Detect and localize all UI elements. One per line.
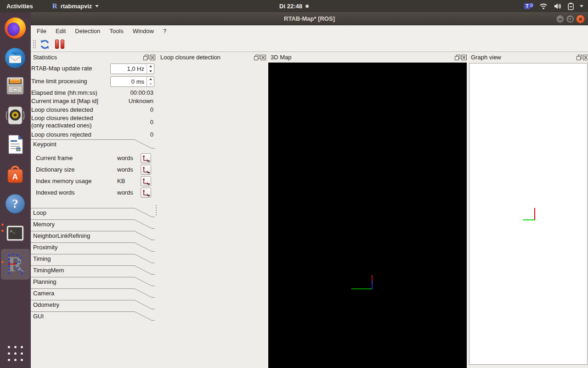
clock-button[interactable]: Di 22:48: [279, 3, 309, 10]
stats-section-proximity[interactable]: Proximity: [31, 242, 155, 252]
show-applications-button[interactable]: [8, 346, 23, 361]
index-memory-usage-label: Index memory usage: [36, 178, 91, 184]
svg-text:A: A: [12, 172, 18, 181]
close-panel-icon[interactable]: [260, 55, 266, 60]
menu-tools[interactable]: Tools: [105, 26, 128, 36]
dock-item-help[interactable]: ?: [5, 193, 27, 215]
origin-axis-z-blue: [372, 282, 373, 289]
origin-axis-y-red: [372, 275, 373, 281]
pause-button[interactable]: [53, 38, 66, 50]
volume-icon: [554, 3, 562, 10]
close-panel-icon[interactable]: [461, 55, 467, 60]
app-menu-label: rtabmapviz: [61, 3, 92, 10]
stats-section-planning[interactable]: Planning: [31, 277, 155, 287]
current-image-id-value: Unknown: [109, 98, 153, 104]
update-rate-value[interactable]: 1,0 Hz: [111, 64, 147, 74]
chevron-down-icon: [95, 5, 99, 7]
menu-detection[interactable]: Detection: [70, 26, 105, 36]
menu-file[interactable]: File: [32, 26, 51, 36]
spin-down-button[interactable]: [147, 69, 154, 74]
plot-dictionary-size-button[interactable]: [141, 165, 151, 175]
loop-closures-rejected-value: 0: [109, 131, 153, 138]
stats-section-neighborlinkrefining[interactable]: NeighborLinkRefining: [31, 231, 155, 241]
minimize-icon: [558, 17, 563, 22]
stats-section-gui[interactable]: GUI: [31, 311, 155, 321]
float-panel-icon[interactable]: [455, 55, 460, 60]
panel-splitter-handle[interactable]: [155, 205, 157, 217]
software-bag-icon: A: [5, 163, 26, 184]
graph-view-viewport[interactable]: [469, 63, 588, 365]
map-3d-panel: 3D Map: [268, 52, 467, 368]
time-limit-spinbox[interactable]: 0 ms: [110, 76, 154, 87]
float-panel-icon[interactable]: [143, 55, 149, 60]
update-rate-spinbox[interactable]: 1,0 Hz: [110, 63, 154, 74]
float-panel-icon[interactable]: [577, 55, 582, 60]
close-button[interactable]: [576, 15, 585, 23]
loop-closure-panel-title: Loop closure detection: [160, 54, 220, 61]
stats-section-keypoint[interactable]: Keypoint: [31, 139, 155, 149]
running-indicator-dot: [1, 224, 4, 226]
stats-section-memory[interactable]: Memory: [31, 219, 155, 229]
stats-section-timingmem[interactable]: TimingMem: [31, 265, 155, 275]
writer-document-icon: [5, 134, 26, 155]
plot-indexed-words-button[interactable]: [141, 188, 151, 198]
section-label: Keypoint: [33, 141, 57, 148]
battery-icon: [568, 2, 574, 10]
time-limit-value[interactable]: 0 ms: [111, 77, 147, 86]
desktop: { "topbar": { "activities": "Activities"…: [0, 0, 588, 368]
dock-item-files[interactable]: [5, 75, 27, 97]
dock-item-rtabmap[interactable]: R: [5, 253, 27, 275]
elapsed-time-label: Elapsed time (hh:mm:ss): [31, 89, 97, 96]
stats-section-timing[interactable]: Timing: [31, 254, 155, 264]
dock-item-ubuntu-software[interactable]: A: [5, 163, 27, 185]
section-label: Timing: [33, 255, 51, 262]
dock-item-libreoffice-writer[interactable]: [5, 134, 27, 156]
float-panel-icon[interactable]: [254, 55, 260, 60]
loop-closures-reactivated-label: Loop closures detected: [31, 115, 93, 121]
teams-icon: T: [524, 2, 533, 10]
maximize-button[interactable]: [566, 15, 575, 23]
stats-section-odometry[interactable]: Odometry: [31, 300, 155, 310]
window-titlebar[interactable]: RTAB-Map* [ROS]: [31, 12, 588, 25]
spin-up-button[interactable]: [147, 64, 154, 69]
stats-section-camera[interactable]: Camera: [31, 288, 155, 298]
menu-window[interactable]: Window: [128, 26, 158, 36]
spin-down-button[interactable]: [147, 82, 154, 87]
window-title: RTAB-Map* [ROS]: [31, 15, 588, 22]
spin-up-button[interactable]: [147, 77, 154, 82]
map-3d-viewport[interactable]: [268, 63, 467, 368]
refresh-button[interactable]: [39, 38, 51, 50]
dock-item-firefox[interactable]: [5, 17, 27, 40]
notification-dot-icon: [305, 5, 309, 8]
app-menu-button[interactable]: R rtabmapviz: [52, 2, 99, 10]
terminal-icon: >_: [5, 223, 26, 244]
activities-button[interactable]: Activities: [6, 3, 33, 10]
plot-index-memory-button[interactable]: [141, 176, 151, 186]
loop-closures-reactivated-label2: (only reactivated ones): [31, 122, 92, 129]
rtabmap-app-icon: R: [52, 2, 57, 10]
plot-current-frame-button[interactable]: [141, 153, 151, 163]
loop-closures-rejected-label: Loop closures rejected: [31, 131, 91, 138]
current-frame-unit: words: [117, 155, 133, 161]
toolbar-drag-handle[interactable]: [33, 40, 37, 49]
loop-closure-panel: Loop closure detection: [158, 52, 266, 368]
refresh-icon: [40, 39, 50, 50]
system-status-area[interactable]: T: [524, 0, 583, 12]
rhythmbox-icon: [5, 105, 26, 126]
section-label: TimingMem: [33, 267, 64, 274]
loop-closures-detected-label: Loop closures detected: [31, 106, 93, 113]
current-image-id-label: Current image id [Map id]: [31, 98, 98, 104]
menu-edit[interactable]: Edit: [51, 26, 70, 36]
close-panel-icon[interactable]: [583, 55, 588, 60]
dock-item-thunderbird[interactable]: [5, 47, 27, 69]
stats-section-loop[interactable]: Loop: [31, 208, 155, 218]
menu-help[interactable]: ?: [158, 26, 171, 36]
minimize-button[interactable]: [556, 15, 565, 23]
svg-text:?: ?: [12, 197, 18, 211]
close-panel-icon[interactable]: [150, 55, 155, 60]
current-frame-label: Current frame: [36, 155, 73, 161]
dock-item-terminal[interactable]: >_: [5, 223, 27, 245]
pause-icon: [55, 40, 64, 49]
statistics-panel-title: Statistics: [33, 54, 57, 61]
dock-item-rhythmbox[interactable]: [5, 105, 27, 127]
